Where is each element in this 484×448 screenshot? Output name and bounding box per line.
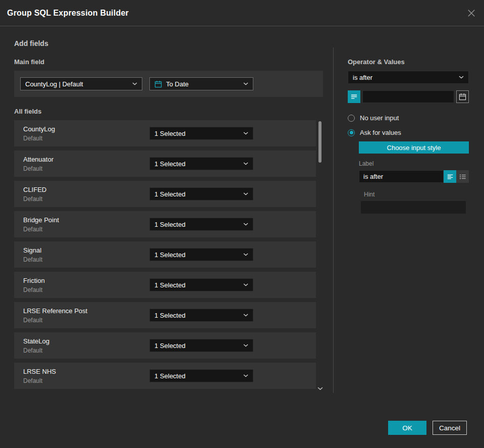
field-values-dropdown[interactable]: 1 Selected	[149, 369, 253, 382]
field-subtitle: Default	[23, 226, 149, 233]
input-style-button[interactable]	[348, 90, 360, 103]
field-meta: Bridge Point Default	[23, 216, 149, 233]
field-subtitle: Default	[23, 286, 149, 293]
chevron-down-icon	[459, 76, 464, 79]
field-name: Attenuator	[23, 156, 149, 163]
add-fields-heading: Add fields	[14, 39, 469, 47]
field-values-dropdown-value: 1 Selected	[154, 342, 239, 350]
field-subtitle: Default	[23, 256, 149, 263]
dialog-titlebar: Group SQL Expression Builder	[0, 0, 484, 26]
field-meta: Signal Default	[23, 246, 149, 263]
vertical-divider	[333, 47, 334, 393]
calendar-icon	[459, 93, 466, 101]
field-values-dropdown-value: 1 Selected	[154, 130, 239, 137]
field-row: LRSE Reference Post Default 1 Selected	[14, 302, 316, 328]
scroll-down-icon[interactable]	[317, 387, 323, 390]
operator-select[interactable]: is after	[348, 71, 469, 84]
field-name: CLIFED	[23, 186, 149, 193]
chevron-down-icon	[132, 82, 137, 85]
field-values-dropdown[interactable]: 1 Selected	[149, 309, 253, 322]
field-row: CLIFED Default 1 Selected	[14, 181, 316, 207]
radio-label: Ask for values	[360, 129, 401, 136]
field-values-dropdown[interactable]: 1 Selected	[149, 248, 253, 261]
hint-input[interactable]	[361, 201, 466, 214]
date-field-select[interactable]: To Date	[149, 77, 253, 90]
field-name: CountyLog	[23, 125, 149, 133]
value-input[interactable]	[362, 90, 454, 103]
scrollbar-thumb[interactable]	[318, 121, 321, 163]
group-sql-expression-builder-dialog: Group SQL Expression Builder Add fields …	[0, 0, 484, 448]
field-values-dropdown-value: 1 Selected	[154, 281, 239, 289]
field-name: LRSE Reference Post	[23, 307, 149, 315]
close-icon	[467, 9, 476, 18]
field-meta: Friction Default	[23, 277, 149, 293]
field-values-dropdown[interactable]: 1 Selected	[149, 187, 253, 201]
radio-icon	[348, 115, 355, 122]
field-values-dropdown-value: 1 Selected	[154, 251, 239, 259]
chevron-down-icon	[243, 314, 248, 317]
radio-label: No user input	[360, 114, 399, 122]
field-subtitle: Default	[23, 165, 149, 172]
field-subtitle: Default	[23, 317, 149, 324]
field-subtitle: Default	[23, 195, 149, 203]
main-field-label: Main field	[14, 58, 323, 66]
field-values-dropdown[interactable]: 1 Selected	[149, 339, 253, 352]
date-picker-button[interactable]	[456, 90, 469, 103]
field-values-dropdown[interactable]: 1 Selected	[149, 218, 253, 231]
field-values-dropdown-value: 1 Selected	[154, 190, 239, 198]
field-subtitle: Default	[23, 347, 149, 354]
chevron-down-icon	[243, 82, 248, 85]
chevron-down-icon	[243, 162, 248, 165]
align-left-icon	[447, 173, 454, 180]
list-icon	[459, 173, 466, 180]
chevron-down-icon	[243, 374, 248, 377]
radio-ask-for-values[interactable]: Ask for values	[348, 129, 469, 136]
choose-input-style-button[interactable]: Choose input style	[359, 141, 469, 154]
ok-button[interactable]: OK	[388, 421, 426, 435]
field-row: StateLog Default 1 Selected	[14, 332, 316, 359]
field-name: StateLog	[23, 337, 149, 345]
field-meta: CountyLog Default	[23, 125, 149, 142]
main-field-panel: CountyLog | Default To Date	[14, 71, 323, 97]
field-row: CountyLog Default 1 Selected	[14, 120, 316, 146]
field-meta: StateLog Default	[23, 337, 149, 354]
text-lines-icon	[350, 93, 358, 101]
chevron-down-icon	[243, 283, 248, 286]
list-style-button[interactable]	[456, 170, 469, 183]
close-button[interactable]	[467, 9, 476, 18]
field-values-dropdown-value: 1 Selected	[154, 372, 239, 380]
chevron-down-icon	[243, 132, 248, 135]
label-field-label: Label	[359, 160, 469, 167]
field-name: Bridge Point	[23, 216, 149, 224]
operator-values-heading: Operator & Values	[348, 58, 469, 66]
field-values-dropdown-value: 1 Selected	[154, 160, 239, 168]
operator-select-value: is after	[353, 74, 455, 81]
date-field-select-value: To Date	[166, 80, 239, 88]
field-values-dropdown[interactable]: 1 Selected	[149, 278, 253, 291]
chevron-down-icon	[243, 253, 248, 256]
dialog-title: Group SQL Expression Builder	[7, 9, 129, 18]
cancel-button[interactable]: Cancel	[433, 421, 467, 435]
field-name: Signal	[23, 246, 149, 254]
chevron-down-icon	[243, 344, 248, 347]
field-name: Friction	[23, 277, 149, 284]
value-input-row	[348, 90, 469, 103]
chevron-down-icon	[243, 192, 248, 195]
field-values-dropdown-value: 1 Selected	[154, 221, 239, 228]
field-values-dropdown[interactable]: 1 Selected	[149, 127, 253, 140]
field-row: Attenuator Default 1 Selected	[14, 151, 316, 177]
field-row: Friction Default 1 Selected	[14, 272, 316, 298]
field-values-dropdown-value: 1 Selected	[154, 312, 239, 319]
radio-no-user-input[interactable]: No user input	[348, 114, 469, 122]
field-row: Signal Default 1 Selected	[14, 241, 316, 268]
main-field-select[interactable]: CountyLog | Default	[20, 77, 142, 90]
calendar-icon	[154, 80, 162, 88]
field-subtitle: Default	[23, 377, 149, 384]
label-input-row	[359, 170, 469, 183]
field-name: LRSE NHS	[23, 368, 149, 375]
field-meta: CLIFED Default	[23, 186, 149, 203]
label-input[interactable]	[359, 170, 444, 183]
single-line-style-button[interactable]	[444, 170, 456, 183]
field-subtitle: Default	[23, 135, 149, 142]
field-values-dropdown[interactable]: 1 Selected	[149, 157, 253, 170]
